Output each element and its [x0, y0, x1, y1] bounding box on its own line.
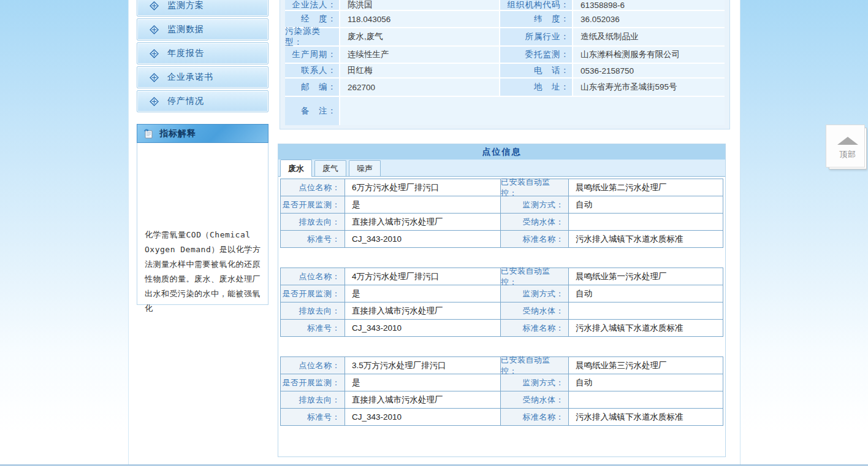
field-label: 标准名称： [501, 231, 569, 248]
field-label: 已安装自动监控： [501, 268, 569, 285]
field-label: 是否开展监测： [281, 374, 345, 391]
field-label: 标准号： [281, 231, 345, 248]
sidebar-item-label: 企业承诺书 [167, 72, 213, 83]
field-value: 是 [345, 374, 501, 391]
field-value: 山东潍科检测服务有限公司 [573, 47, 725, 63]
field-value: 自动 [569, 285, 723, 302]
field-label: 污染源类型： [285, 28, 339, 45]
field-value: 0536-2158750 [573, 64, 725, 77]
field-value: 直接排入城市污水处理厂 [345, 302, 501, 320]
tab-wastewater[interactable]: 废水 [280, 160, 312, 177]
field-value: 山东省寿光市圣城街595号 [573, 79, 725, 96]
sidebar-item-production-stoppage[interactable]: 停产情况 [137, 90, 268, 112]
compass-icon [150, 49, 159, 58]
company-info-panel: 企业法人： 陈洪国 组织机构代码： 61358898-6 经 度： 118.04… [280, 0, 730, 129]
field-label: 监测方式： [501, 285, 569, 302]
field-label: 标准号： [281, 409, 345, 426]
field-value: 污水排入城镇下水道水质标准 [569, 320, 723, 337]
field-label: 点位名称： [281, 268, 345, 285]
field-label: 企业法人： [285, 0, 339, 10]
field-label: 已安装自动监控： [501, 357, 569, 374]
sidebar-item-label: 监测方案 [167, 0, 204, 11]
field-label: 已安装自动监控： [501, 179, 569, 196]
sidebar: 监测方案 监测数据 年度报告 企业承诺书 停产情况 指标解释 化学需氧量COD（… [137, 0, 268, 305]
field-value: CJ_343-2010 [345, 320, 501, 337]
field-value [569, 391, 723, 409]
field-label: 组织机构代码： [500, 0, 572, 10]
field-label: 点位名称： [281, 179, 345, 196]
field-label: 纬 度： [500, 11, 572, 27]
field-label: 监测方式： [501, 196, 569, 214]
field-label: 监测方式： [501, 374, 569, 391]
field-value: 连续性生产 [340, 47, 499, 63]
field-value: 自动 [569, 374, 723, 391]
indicator-explanation-title: 指标解释 [159, 128, 196, 139]
field-label: 点位名称： [281, 357, 345, 374]
field-value: 直接排入城市污水处理厂 [345, 391, 501, 409]
field-label: 邮 编： [285, 79, 339, 96]
indicator-explanation-body: 化学需氧量COD（Chemical Oxygen Demand）是以化学方法测量… [137, 143, 268, 305]
field-value: 是 [345, 285, 501, 302]
tab-exhaust-gas[interactable]: 废气 [314, 160, 346, 176]
field-label: 是否开展监测： [281, 285, 345, 302]
field-label: 排放去向： [281, 391, 345, 409]
field-value: 3.5万方污水处理厂排污口 [345, 357, 501, 374]
field-value: 61358898-6 [573, 0, 725, 10]
field-label: 联系人： [285, 64, 339, 77]
sidebar-item-annual-report[interactable]: 年度报告 [137, 42, 268, 64]
field-label: 委托监测： [500, 47, 572, 63]
field-value: 6万方污水处理厂排污口 [345, 179, 501, 196]
field-label: 受纳水体： [501, 391, 569, 409]
field-value: 污水排入城镇下水道水质标准 [569, 231, 723, 248]
remark-value [340, 97, 725, 125]
point-info-panel: 点位信息 废水 废气 噪声 点位名称： 6万方污水处理厂排污口 已安装自动监控：… [278, 144, 726, 457]
document-icon [143, 128, 154, 139]
field-value: 废水,废气 [340, 28, 499, 45]
sidebar-item-commitment-letter[interactable]: 企业承诺书 [137, 66, 268, 88]
point-tabs: 废水 废气 噪声 [278, 160, 725, 177]
company-info-table: 企业法人： 陈洪国 组织机构代码： 61358898-6 经 度： 118.04… [285, 0, 725, 125]
field-value: 晨鸣纸业第二污水处理厂 [569, 179, 723, 196]
point-block-3: 点位名称： 3.5万方污水处理厂排污口 已安装自动监控： 晨鸣纸业第三污水处理厂… [280, 356, 723, 426]
field-value: 污水排入城镇下水道水质标准 [569, 409, 723, 426]
sidebar-item-monitoring-data[interactable]: 监测数据 [137, 18, 268, 40]
back-to-top-label: 顶部 [839, 149, 856, 160]
field-value: 自动 [569, 196, 723, 214]
compass-icon [150, 1, 159, 10]
field-label: 地 址： [500, 79, 572, 96]
main-content: 企业法人： 陈洪国 组织机构代码： 61358898-6 经 度： 118.04… [280, 0, 730, 457]
back-to-top-button[interactable]: 顶部 [829, 128, 867, 169]
field-label: 排放去向： [281, 214, 345, 231]
field-value: CJ_343-2010 [345, 231, 501, 248]
page-bottom-divider [0, 464, 868, 466]
field-label: 排放去向： [281, 302, 345, 320]
point-block-2: 点位名称： 4万方污水处理厂排污口 已安装自动监控： 晨鸣纸业第一污水处理厂 是… [280, 268, 723, 337]
main-wrapper: 监测方案 监测数据 年度报告 企业承诺书 停产情况 指标解释 化学需氧量COD（… [128, 0, 740, 464]
arrow-up-icon [837, 137, 858, 145]
field-value: 262700 [340, 79, 499, 96]
field-label: 所属行业： [500, 28, 572, 45]
field-value: 直接排入城市污水处理厂 [345, 214, 501, 231]
compass-icon [150, 73, 159, 82]
point-block-1: 点位名称： 6万方污水处理厂排污口 已安装自动监控： 晨鸣纸业第二污水处理厂 是… [280, 179, 723, 248]
cod-definition-text: 化学需氧量COD（Chemical Oxygen Demand）是以化学方法测量… [145, 228, 263, 316]
field-label: 受纳水体： [501, 214, 569, 231]
point-info-title: 点位信息 [278, 144, 725, 160]
field-value [569, 214, 723, 231]
field-label: 电 话： [500, 64, 572, 77]
field-value [569, 302, 723, 320]
field-value: 晨鸣纸业第三污水处理厂 [569, 357, 723, 374]
tab-noise[interactable]: 噪声 [349, 160, 381, 176]
field-value: 118.043056 [340, 11, 499, 27]
field-label: 标准号： [281, 320, 345, 337]
sidebar-item-label: 监测数据 [167, 24, 204, 35]
field-value: 晨鸣纸业第一污水处理厂 [569, 268, 723, 285]
compass-icon [150, 25, 159, 34]
field-value: 陈洪国 [340, 0, 499, 10]
indicator-explanation-header: 指标解释 [137, 124, 268, 143]
field-label: 经 度： [285, 11, 339, 27]
field-value: 36.052036 [573, 11, 725, 27]
field-value: CJ_343-2010 [345, 409, 501, 426]
field-label: 标准名称： [501, 409, 569, 426]
sidebar-item-monitoring-plan[interactable]: 监测方案 [137, 0, 268, 17]
